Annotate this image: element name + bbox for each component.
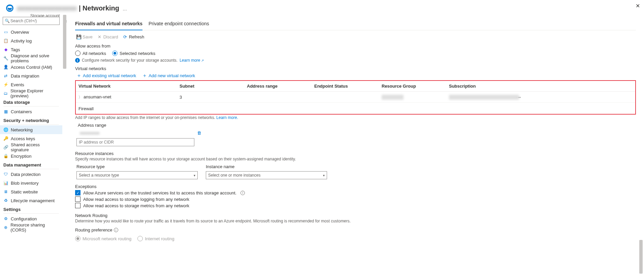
add-new-vnet-button[interactable]: ＋Add new virtual network [142, 72, 195, 79]
existing-ip-entry: xxxxxxxxx [76, 129, 194, 137]
tab-firewalls[interactable]: Firewalls and virtual networks [75, 19, 142, 30]
group-security-heading: Security + networking [0, 116, 62, 124]
sidebar-scrollbar[interactable] [62, 15, 67, 277]
vnet-table-row[interactable]: 〉ansuman-vnet 3 xxxxxxxxxx xxxxxxxxxxxxx… [76, 92, 635, 103]
nav-data-migration[interactable]: ⇄Data migration [0, 71, 62, 80]
exception-opt3-label: Allow read access to storage metrics fro… [83, 203, 189, 208]
nav-cors[interactable]: ⊕Resource sharing (CORS) [0, 223, 62, 232]
col-subscription: Subscription [449, 84, 516, 89]
info-tooltip-icon[interactable]: i [114, 228, 118, 232]
vnet-table-header: Virtual Network Subnet Address range End… [76, 81, 635, 92]
nav-networking[interactable]: 🌐Networking [0, 125, 62, 134]
tab-private-endpoint[interactable]: Private endpoint connections [149, 19, 209, 30]
divider [3, 106, 59, 106]
plus-icon: ＋ [76, 72, 82, 79]
radio-icon-disabled-selected [75, 236, 80, 241]
plus-icon: ＋ [142, 72, 147, 79]
col-address-range: Address range [247, 84, 314, 89]
refresh-button[interactable]: ⟳Refresh [123, 34, 144, 39]
divider [3, 213, 59, 214]
exceptions-heading: Exceptions [75, 184, 636, 189]
vnet-sub-redacted: xxxxxxxxxxxxxxxxxxxxxxxxxxxxxxxx [449, 95, 519, 100]
allow-access-label: Allow access from [75, 43, 636, 49]
vnet-heading: Virtual networks [75, 66, 636, 71]
keys-icon: 🔑 [3, 136, 8, 141]
nav-blob-inventory[interactable]: 📊Blob inventory [0, 179, 62, 187]
networking-icon: 🌐 [3, 127, 8, 132]
checkbox-read-logging[interactable] [75, 196, 80, 202]
cors-icon: ⊕ [3, 225, 8, 230]
command-bar: 💾Save ✕Discard ⟳Refresh [75, 30, 636, 42]
lifecycle-icon: ♻ [3, 198, 8, 203]
discard-button[interactable]: ✕Discard [97, 34, 118, 39]
highlighted-region: Virtual Network Subnet Address range End… [75, 80, 636, 115]
chevron-down-icon: ▾ [194, 174, 195, 177]
activity-log-icon: 📋 [3, 38, 8, 43]
nav-access-keys[interactable]: 🔑Access keys [0, 134, 62, 143]
radio-internet-routing: Internet routing [137, 236, 174, 241]
nav-data-protection[interactable]: 🛡Data protection [0, 170, 62, 179]
routing-pref-label: Routing preferencei [75, 227, 118, 233]
storage-account-icon [5, 4, 14, 12]
info-tooltip-icon[interactable]: i [240, 191, 245, 195]
nav-encryption[interactable]: 🔒Encryption [0, 152, 62, 160]
close-icon[interactable]: ✕ [636, 3, 640, 9]
save-button[interactable]: 💾Save [76, 34, 93, 39]
search-icon: 🔍 [5, 19, 10, 23]
more-actions-icon[interactable]: … [123, 6, 127, 11]
checkbox-trusted-services[interactable]: ✓ [75, 190, 80, 195]
firewall-learn-more-link[interactable]: Learn more. [216, 115, 238, 120]
nav-lifecycle[interactable]: ♻Lifecycle management [0, 196, 62, 205]
firewall-help-text: Add IP ranges to allow access from the i… [75, 115, 636, 120]
col-resource-group: Resource Group [382, 84, 449, 89]
group-data-mgmt-heading: Data management [0, 160, 62, 168]
learn-more-link[interactable]: Learn more↗ [180, 58, 203, 63]
resource-instances-help: Specify resource instances that will hav… [75, 157, 636, 161]
save-icon: 💾 [76, 35, 81, 39]
sidebar-search-input[interactable] [3, 17, 60, 25]
ip-address-input[interactable] [76, 138, 194, 146]
network-routing-heading: Network Routing [75, 213, 636, 218]
static-website-icon: 🖥 [3, 189, 8, 194]
vnet-rg-redacted: xxxxxxxxxx [382, 95, 404, 100]
sas-icon: 🔗 [3, 145, 8, 150]
instance-name-select[interactable]: Select one or more instances▾ [206, 171, 327, 179]
external-link-icon: ↗ [201, 59, 204, 62]
info-icon: i [75, 58, 80, 63]
divider [3, 124, 59, 125]
instance-name-label: Instance name [206, 164, 327, 169]
chevron-right-icon[interactable]: 〉 [78, 95, 82, 99]
checkbox-read-metrics[interactable] [75, 203, 80, 208]
add-existing-vnet-button[interactable]: ＋Add existing virtual network [76, 72, 136, 79]
main-content: Firewalls and virtual networks Private e… [67, 15, 644, 277]
nav-tags[interactable]: ◆Tags [0, 45, 62, 54]
nav-overview[interactable]: ▭Overview [0, 28, 62, 36]
nav-static-website[interactable]: 🖥Static website [0, 187, 62, 196]
radio-all-networks[interactable]: All networks [75, 51, 106, 56]
col-virtual-network: Virtual Network [78, 84, 180, 89]
main-scrollbar-thumb[interactable] [639, 240, 643, 274]
group-data-storage-heading: Data storage [0, 98, 62, 105]
nav-storage-explorer[interactable]: 🗂Storage Explorer (preview) [0, 89, 62, 98]
resource-name-redacted: xxxxxxxxxxxxxxxx [17, 4, 77, 12]
containers-icon: ▦ [3, 109, 8, 114]
scrollbar-thumb[interactable] [63, 15, 66, 69]
nav-diagnose[interactable]: 🔧Diagnose and solve problems [0, 54, 62, 63]
delete-ip-icon[interactable]: 🗑 [197, 130, 201, 135]
exception-opt1-label: Allow Azure services on the trusted serv… [83, 190, 236, 195]
nav-containers[interactable]: ▦Containers [0, 107, 62, 116]
col-subnet: Subnet [180, 84, 247, 89]
inventory-icon: 📊 [3, 181, 8, 185]
radio-icon-disabled [137, 236, 143, 241]
encryption-icon: 🔒 [3, 154, 8, 158]
nav-configuration[interactable]: ⚙Configuration [0, 214, 62, 223]
resource-type-select[interactable]: Select a resource type▾ [76, 171, 198, 179]
radio-selected-networks[interactable]: Selected networks [112, 51, 155, 56]
nav-access-control[interactable]: 👤Access Control (IAM) [0, 63, 62, 71]
overview-icon: ▭ [3, 30, 8, 34]
nav-sas[interactable]: 🔗Shared access signature [0, 143, 62, 152]
explorer-icon: 🗂 [3, 91, 8, 96]
nav-events[interactable]: ⚡Events [0, 80, 62, 89]
nav-activity-log[interactable]: 📋Activity log [0, 36, 62, 45]
discard-icon: ✕ [97, 35, 102, 39]
